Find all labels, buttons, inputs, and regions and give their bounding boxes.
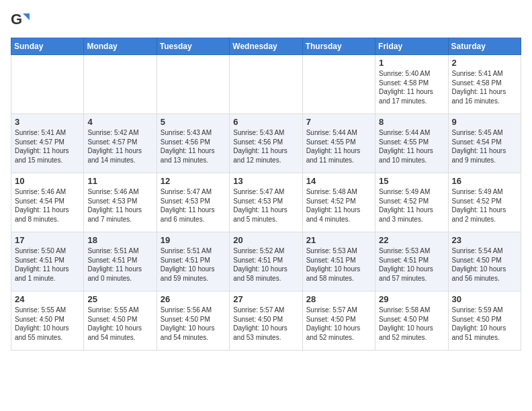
day-info-line: Daylight: 10 hours and 52 minutes. bbox=[306, 324, 371, 342]
day-number: 7 bbox=[306, 117, 371, 127]
day-info-line: Sunset: 4:51 PM bbox=[87, 256, 152, 265]
day-info-line: Daylight: 11 hours and 10 minutes. bbox=[379, 146, 444, 165]
day-info-line: Sunrise: 5:50 AM bbox=[15, 246, 80, 256]
day-number: 18 bbox=[87, 235, 152, 245]
day-info-line: Sunrise: 5:46 AM bbox=[87, 187, 152, 197]
calendar-cell: 11Sunrise: 5:46 AMSunset: 4:53 PMDayligh… bbox=[84, 173, 157, 232]
day-info-line: Sunset: 4:50 PM bbox=[161, 315, 226, 324]
calendar-cell: 29Sunrise: 5:58 AMSunset: 4:50 PMDayligh… bbox=[375, 291, 448, 351]
day-info-line: Sunset: 4:51 PM bbox=[161, 256, 226, 265]
logo-icon: G bbox=[11, 11, 30, 30]
day-info-line: Daylight: 11 hours and 11 minutes. bbox=[306, 146, 371, 165]
calendar-cell: 28Sunrise: 5:57 AMSunset: 4:50 PMDayligh… bbox=[302, 291, 375, 351]
day-info-line: Sunset: 4:54 PM bbox=[15, 197, 80, 206]
calendar-cell: 25Sunrise: 5:55 AMSunset: 4:50 PMDayligh… bbox=[84, 291, 157, 351]
day-number: 20 bbox=[233, 235, 298, 245]
calendar-cell: 4Sunrise: 5:42 AMSunset: 4:57 PMDaylight… bbox=[84, 114, 157, 173]
calendar-cell: 6Sunrise: 5:43 AMSunset: 4:56 PMDaylight… bbox=[230, 114, 302, 173]
day-info-line: Sunrise: 5:53 AM bbox=[379, 246, 444, 256]
day-number: 29 bbox=[379, 294, 444, 304]
day-number: 25 bbox=[87, 294, 152, 304]
calendar-cell bbox=[302, 55, 375, 114]
day-info-line: Sunrise: 5:57 AM bbox=[306, 306, 371, 315]
day-info-line: Daylight: 10 hours and 51 minutes. bbox=[452, 324, 517, 342]
day-number: 22 bbox=[379, 235, 444, 245]
day-info-line: Daylight: 11 hours and 15 minutes. bbox=[15, 146, 80, 165]
calendar-table: SundayMondayTuesdayWednesdayThursdayFrid… bbox=[11, 38, 521, 351]
day-info-line: Sunrise: 5:51 AM bbox=[87, 246, 152, 256]
svg-marker-1 bbox=[23, 13, 30, 20]
calendar-row-4: 24Sunrise: 5:55 AMSunset: 4:50 PMDayligh… bbox=[11, 291, 521, 351]
calendar-row-0: 1Sunrise: 5:40 AMSunset: 4:58 PMDaylight… bbox=[11, 55, 521, 114]
day-number: 2 bbox=[452, 58, 517, 68]
day-number: 27 bbox=[233, 294, 298, 304]
calendar-cell: 9Sunrise: 5:45 AMSunset: 4:54 PMDaylight… bbox=[448, 114, 521, 173]
day-number: 17 bbox=[15, 235, 80, 245]
day-info-line: Sunrise: 5:44 AM bbox=[306, 128, 371, 138]
day-info-line: Sunrise: 5:51 AM bbox=[161, 246, 226, 256]
logo: G bbox=[11, 11, 32, 30]
day-info-line: Daylight: 11 hours and 1 minute. bbox=[15, 265, 80, 283]
day-info-line: Sunrise: 5:59 AM bbox=[452, 306, 517, 315]
day-info-line: Sunrise: 5:42 AM bbox=[87, 128, 152, 138]
day-number: 28 bbox=[306, 294, 371, 304]
day-number: 13 bbox=[233, 176, 298, 186]
day-number: 4 bbox=[87, 117, 152, 127]
day-info-line: Daylight: 11 hours and 8 minutes. bbox=[15, 205, 80, 224]
day-info-line: Sunset: 4:50 PM bbox=[233, 315, 298, 324]
day-number: 5 bbox=[161, 117, 226, 127]
calendar-cell: 27Sunrise: 5:57 AMSunset: 4:50 PMDayligh… bbox=[230, 291, 302, 351]
calendar-cell: 17Sunrise: 5:50 AMSunset: 4:51 PMDayligh… bbox=[11, 232, 84, 291]
day-info-line: Sunrise: 5:56 AM bbox=[161, 306, 226, 315]
day-info-line: Sunrise: 5:47 AM bbox=[233, 187, 298, 197]
day-number: 16 bbox=[452, 176, 517, 186]
day-info-line: Daylight: 11 hours and 17 minutes. bbox=[379, 87, 444, 105]
day-info-line: Sunset: 4:52 PM bbox=[306, 197, 371, 206]
header-cell-tuesday: Tuesday bbox=[157, 38, 229, 55]
calendar-row-2: 10Sunrise: 5:46 AMSunset: 4:54 PMDayligh… bbox=[11, 173, 521, 232]
day-info-line: Sunset: 4:53 PM bbox=[87, 197, 152, 206]
day-info-line: Sunset: 4:50 PM bbox=[306, 315, 371, 324]
calendar-body: 1Sunrise: 5:40 AMSunset: 4:58 PMDaylight… bbox=[11, 55, 521, 351]
calendar-row-3: 17Sunrise: 5:50 AMSunset: 4:51 PMDayligh… bbox=[11, 232, 521, 291]
day-info-line: Sunset: 4:50 PM bbox=[15, 315, 80, 324]
day-info-line: Daylight: 10 hours and 56 minutes. bbox=[452, 265, 517, 283]
day-info-line: Sunset: 4:56 PM bbox=[161, 138, 226, 147]
day-info-line: Daylight: 11 hours and 7 minutes. bbox=[87, 205, 152, 224]
day-info-line: Sunrise: 5:41 AM bbox=[15, 128, 80, 138]
day-number: 14 bbox=[306, 176, 371, 186]
day-info-line: Sunrise: 5:41 AM bbox=[452, 69, 517, 79]
day-number: 23 bbox=[452, 235, 517, 245]
day-info-line: Sunrise: 5:49 AM bbox=[452, 187, 517, 197]
day-info-line: Sunrise: 5:52 AM bbox=[233, 246, 298, 256]
day-info-line: Daylight: 10 hours and 54 minutes. bbox=[87, 324, 152, 342]
day-number: 12 bbox=[161, 176, 226, 186]
day-info-line: Sunset: 4:53 PM bbox=[161, 197, 226, 206]
day-info-line: Daylight: 10 hours and 53 minutes. bbox=[233, 324, 298, 342]
day-info-line: Sunrise: 5:47 AM bbox=[161, 187, 226, 197]
day-info-line: Sunset: 4:58 PM bbox=[452, 79, 517, 88]
day-info-line: Daylight: 10 hours and 59 minutes. bbox=[161, 265, 226, 283]
calendar-cell: 13Sunrise: 5:47 AMSunset: 4:53 PMDayligh… bbox=[230, 173, 302, 232]
calendar-cell: 14Sunrise: 5:48 AMSunset: 4:52 PMDayligh… bbox=[302, 173, 375, 232]
calendar-cell: 16Sunrise: 5:49 AMSunset: 4:52 PMDayligh… bbox=[448, 173, 521, 232]
day-info-line: Sunrise: 5:45 AM bbox=[452, 128, 517, 138]
calendar-cell: 24Sunrise: 5:55 AMSunset: 4:50 PMDayligh… bbox=[11, 291, 84, 351]
day-number: 11 bbox=[87, 176, 152, 186]
header-cell-monday: Monday bbox=[84, 38, 157, 55]
day-info-line: Sunset: 4:51 PM bbox=[379, 256, 444, 265]
day-info-line: Sunrise: 5:49 AM bbox=[379, 187, 444, 197]
day-info-line: Daylight: 11 hours and 13 minutes. bbox=[161, 146, 226, 165]
header-row: SundayMondayTuesdayWednesdayThursdayFrid… bbox=[11, 38, 521, 55]
day-number: 3 bbox=[15, 117, 80, 127]
day-info-line: Daylight: 11 hours and 16 minutes. bbox=[452, 87, 517, 105]
calendar-cell: 20Sunrise: 5:52 AMSunset: 4:51 PMDayligh… bbox=[230, 232, 302, 291]
day-info-line: Daylight: 11 hours and 9 minutes. bbox=[452, 146, 517, 165]
calendar-cell: 21Sunrise: 5:53 AMSunset: 4:51 PMDayligh… bbox=[302, 232, 375, 291]
day-info-line: Daylight: 11 hours and 6 minutes. bbox=[161, 205, 226, 224]
calendar-cell: 18Sunrise: 5:51 AMSunset: 4:51 PMDayligh… bbox=[84, 232, 157, 291]
day-info-line: Sunset: 4:52 PM bbox=[452, 197, 517, 206]
day-info-line: Sunrise: 5:40 AM bbox=[379, 69, 444, 79]
calendar-cell: 23Sunrise: 5:54 AMSunset: 4:50 PMDayligh… bbox=[448, 232, 521, 291]
calendar-row-1: 3Sunrise: 5:41 AMSunset: 4:57 PMDaylight… bbox=[11, 114, 521, 173]
